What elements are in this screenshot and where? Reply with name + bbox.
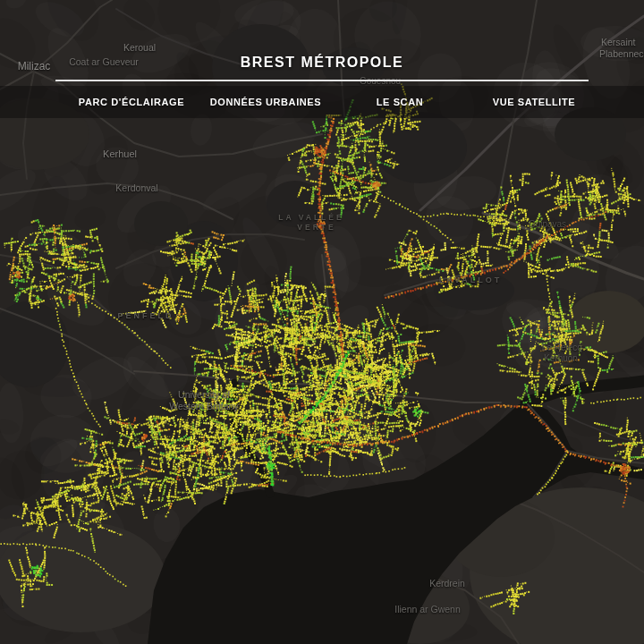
tab-donnees-urbaines[interactable]: DONNÉES URBAINES [199,97,333,107]
app-root: KeroualCoat ar GueveurMilizacKersaintPla… [0,0,644,644]
tab-le-scan[interactable]: LE SCAN [333,97,467,107]
nav-tabs: PARC D'ÉCLAIRAGE DONNÉES URBAINES LE SCA… [0,86,644,118]
page-title: BREST MÉTROPOLE [0,52,644,73]
header-divider [55,80,589,81]
tab-parc-d-eclairage[interactable]: PARC D'ÉCLAIRAGE [64,97,199,107]
header-overlay: BREST MÉTROPOLE PARC D'ÉCLAIRAGE DONNÉES… [0,0,644,118]
tab-vue-satellite[interactable]: VUE SATELLITE [467,97,601,107]
